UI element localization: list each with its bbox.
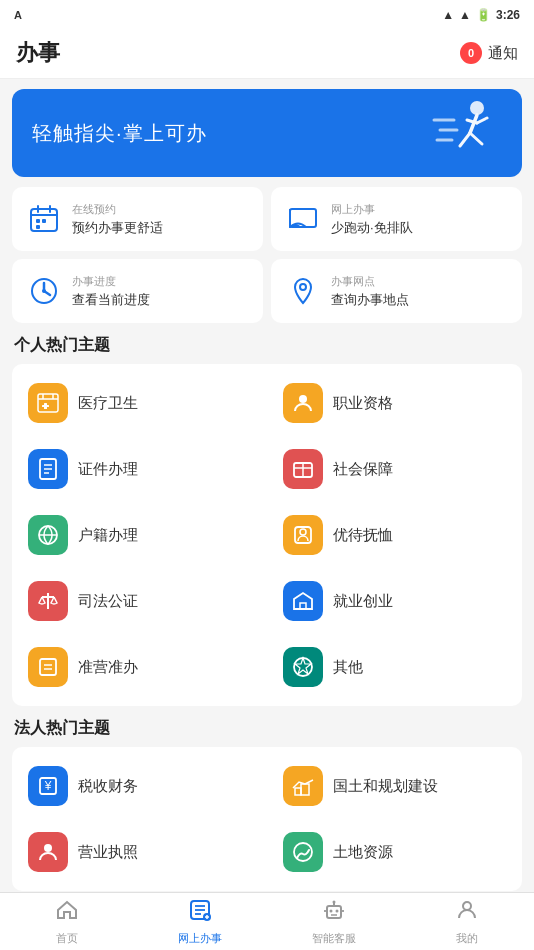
svg-rect-15 <box>36 225 40 229</box>
document-icon <box>28 449 68 489</box>
qa-location-label: 办事网点 <box>331 274 409 289</box>
theme-label-document: 证件办理 <box>78 460 138 479</box>
svg-point-67 <box>332 900 335 903</box>
judicial-icon <box>28 581 68 621</box>
theme-item-land-resource[interactable]: 土地资源 <box>267 819 522 885</box>
theme-label-license: 准营准办 <box>78 658 138 677</box>
user-icon <box>455 898 479 928</box>
svg-point-40 <box>300 529 306 535</box>
theme-item-employment[interactable]: 就业创业 <box>267 568 522 634</box>
svg-rect-62 <box>327 906 341 918</box>
quick-action-progress[interactable]: 办事进度 查看当前进度 <box>12 259 263 323</box>
status-app-label: A <box>14 9 22 21</box>
theme-label-qualification: 职业资格 <box>333 394 393 413</box>
svg-line-3 <box>470 133 482 144</box>
theme-item-other[interactable]: 其他 <box>267 634 522 700</box>
employment-icon <box>283 581 323 621</box>
wifi-icon: ▲ <box>442 8 454 22</box>
run-icon <box>432 98 502 168</box>
top-nav-right: 0 通知 <box>460 42 518 64</box>
svg-text:¥: ¥ <box>44 779 52 793</box>
personal-theme-grid: 医疗卫生 职业资格 <box>12 364 522 706</box>
battery-icon: 🔋 <box>476 8 491 22</box>
svg-line-2 <box>460 133 470 146</box>
theme-item-license[interactable]: 准营准办 <box>12 634 267 700</box>
theme-label-medical: 医疗卫生 <box>78 394 138 413</box>
svg-rect-14 <box>42 219 46 223</box>
quick-action-location[interactable]: 办事网点 查询办事地点 <box>271 259 522 323</box>
status-right: ▲ ▲ 🔋 3:26 <box>442 8 520 22</box>
tab-bar: 首页 网上办事 <box>0 892 534 950</box>
qa-appointment-label: 在线预约 <box>72 202 163 217</box>
tab-service-label: 网上办事 <box>178 931 222 946</box>
qa-appointment-desc: 预约办事更舒适 <box>72 219 163 237</box>
household-icon <box>28 515 68 555</box>
theme-item-tax[interactable]: ¥ 税收财务 <box>12 753 267 819</box>
svg-point-70 <box>463 902 471 910</box>
svg-point-63 <box>329 909 332 912</box>
svg-rect-50 <box>295 788 301 795</box>
home-icon <box>55 898 79 928</box>
svg-point-21 <box>42 289 46 293</box>
clock-icon <box>26 273 62 309</box>
svg-point-47 <box>294 658 312 676</box>
quick-actions: 在线预约 预约办事更舒适 网上办事 少跑动·免排队 <box>12 187 522 323</box>
theme-item-document[interactable]: 证件办理 <box>12 436 267 502</box>
personal-section-title: 个人热门主题 <box>14 335 520 356</box>
license-icon <box>28 647 68 687</box>
svg-rect-51 <box>301 784 309 795</box>
theme-item-household[interactable]: 户籍办理 <box>12 502 267 568</box>
business-icon <box>28 832 68 872</box>
theme-label-land-resource: 土地资源 <box>333 843 393 862</box>
notification-badge[interactable]: 0 <box>460 42 482 64</box>
theme-label-tax: 税收财务 <box>78 777 138 796</box>
theme-label-land: 国土和规划建设 <box>333 777 438 796</box>
theme-item-judicial[interactable]: 司法公证 <box>12 568 267 634</box>
tab-mine[interactable]: 我的 <box>401 893 535 950</box>
top-nav: 办事 0 通知 <box>0 30 534 79</box>
tab-ai-label: 智能客服 <box>312 931 356 946</box>
hero-banner[interactable]: 轻触指尖·掌上可办 <box>12 89 522 177</box>
quick-action-appointment[interactable]: 在线预约 预约办事更舒适 <box>12 187 263 251</box>
theme-item-business[interactable]: 营业执照 <box>12 819 267 885</box>
svg-rect-28 <box>42 405 49 407</box>
svg-point-22 <box>300 284 306 290</box>
page-title: 办事 <box>16 38 60 68</box>
qa-location-desc: 查询办事地点 <box>331 291 409 309</box>
svg-rect-23 <box>38 394 58 412</box>
theme-label-business: 营业执照 <box>78 843 138 862</box>
theme-item-land[interactable]: 国土和规划建设 <box>267 753 522 819</box>
preferential-icon <box>283 515 323 555</box>
qa-online-desc: 少跑动·免排队 <box>331 219 413 237</box>
theme-item-social[interactable]: 社会保障 <box>267 436 522 502</box>
svg-point-53 <box>44 844 52 852</box>
theme-label-household: 户籍办理 <box>78 526 138 545</box>
medical-icon <box>28 383 68 423</box>
status-time: 3:26 <box>496 8 520 22</box>
theme-item-qualification[interactable]: 职业资格 <box>267 370 522 436</box>
svg-point-29 <box>299 395 307 403</box>
theme-label-employment: 就业创业 <box>333 592 393 611</box>
location-icon <box>285 273 321 309</box>
tab-service[interactable]: 网上办事 <box>134 893 268 950</box>
qa-online-label: 网上办事 <box>331 202 413 217</box>
tab-home-label: 首页 <box>56 931 78 946</box>
svg-rect-13 <box>36 219 40 223</box>
theme-item-preferential[interactable]: 优待抚恤 <box>267 502 522 568</box>
land-resource-icon <box>283 832 323 872</box>
service-icon <box>188 898 212 928</box>
theme-item-medical[interactable]: 医疗卫生 <box>12 370 267 436</box>
theme-label-other: 其他 <box>333 658 363 677</box>
svg-line-4 <box>477 118 487 123</box>
legal-theme-grid: ¥ 税收财务 国土和规划建设 <box>12 747 522 891</box>
quick-action-online[interactable]: 网上办事 少跑动·免排队 <box>271 187 522 251</box>
theme-label-judicial: 司法公证 <box>78 592 138 611</box>
tab-ai[interactable]: 智能客服 <box>267 893 401 950</box>
qa-progress-desc: 查看当前进度 <box>72 291 150 309</box>
tab-home[interactable]: 首页 <box>0 893 134 950</box>
svg-point-64 <box>335 909 338 912</box>
cast-icon <box>285 201 321 237</box>
legal-section-title: 法人热门主题 <box>14 718 520 739</box>
svg-point-0 <box>470 101 484 115</box>
notification-label[interactable]: 通知 <box>488 44 518 63</box>
